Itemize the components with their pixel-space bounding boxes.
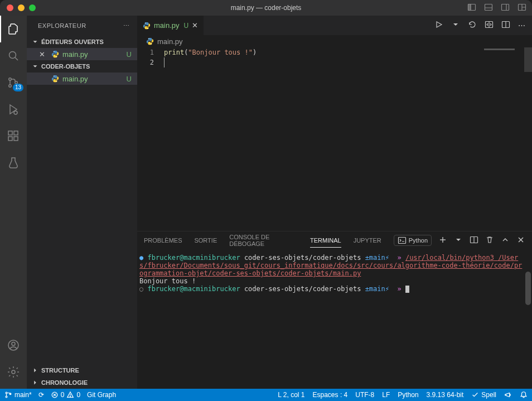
svg-point-12: [9, 78, 11, 80]
error-icon: [51, 391, 59, 399]
maximize-window-button[interactable]: [29, 4, 36, 11]
activity-search[interactable]: [0, 42, 27, 69]
svg-rect-19: [14, 131, 18, 135]
python-file-icon: [146, 37, 154, 45]
status-problems[interactable]: 0 0: [51, 391, 80, 399]
section-timeline[interactable]: CHRONOLOGIE: [27, 376, 137, 389]
code-content[interactable]: print("Bonjour tous !"): [164, 47, 482, 231]
close-editor-icon[interactable]: ✕: [39, 50, 48, 59]
code-editor[interactable]: 1 2 print("Bonjour tous !"): [137, 47, 532, 231]
sidebar-more-icon[interactable]: ⋯: [123, 22, 130, 30]
status-language[interactable]: Python: [398, 391, 418, 399]
toggle-panel-icon[interactable]: [484, 3, 493, 13]
section-structure[interactable]: STRUCTURE: [27, 364, 137, 376]
status-eol[interactable]: LF: [382, 391, 390, 399]
activity-source-control[interactable]: 13: [0, 69, 27, 96]
run-dropdown-icon[interactable]: [451, 20, 460, 31]
panel-tab-jupyter[interactable]: JUPYTER: [354, 234, 381, 247]
svg-rect-16: [8, 131, 12, 135]
svg-rect-5: [502, 4, 509, 10]
activity-settings[interactable]: [0, 359, 27, 385]
minimize-window-button[interactable]: [18, 4, 25, 11]
section-timeline-label: CHRONOLOGIE: [41, 379, 88, 386]
status-sync[interactable]: ⟳: [38, 391, 44, 399]
section-folder-label: CODER-OBJETS: [41, 63, 90, 70]
terminal-user: fbrucker@macminibrucker: [147, 254, 240, 262]
section-open-editors-label: ÉDITEURS OUVERTS: [41, 38, 104, 45]
section-structure-label: STRUCTURE: [41, 367, 79, 374]
svg-point-42: [6, 392, 7, 394]
editor-tab[interactable]: main.py U ✕: [137, 16, 204, 35]
new-terminal-dropdown-icon[interactable]: [454, 235, 463, 245]
status-warnings: 0: [76, 391, 80, 399]
python-file-icon: [143, 22, 151, 30]
branch-icon: [4, 391, 12, 399]
terminal-scrollbar[interactable]: [525, 272, 531, 305]
overview-ruler[interactable]: [524, 47, 532, 231]
run-button-icon[interactable]: [434, 20, 443, 31]
check-icon: [471, 391, 479, 399]
panel-tab-debug[interactable]: CONSOLE DE DÉBOGAGE: [229, 230, 298, 250]
sidebar-title: EXPLORATEUR: [38, 22, 86, 29]
python-file-icon: [51, 50, 59, 58]
section-open-editors[interactable]: ÉDITEURS OUVERTS: [27, 36, 137, 48]
kill-terminal-icon[interactable]: [485, 235, 494, 245]
section-folder[interactable]: CODER-OBJETS: [27, 60, 137, 73]
close-panel-icon[interactable]: [516, 235, 525, 245]
svg-point-27: [145, 22, 146, 23]
toggle-secondary-sidebar-icon[interactable]: [501, 3, 510, 13]
status-branch[interactable]: main*: [4, 391, 32, 399]
terminal-command: /usr/local/bin/python3: [405, 254, 494, 262]
maximize-panel-icon[interactable]: [501, 235, 510, 245]
panel-actions: Python: [394, 235, 525, 246]
split-terminal-icon[interactable]: [470, 235, 478, 245]
status-encoding[interactable]: UTF-8: [355, 391, 374, 399]
toggle-primary-sidebar-icon[interactable]: [467, 3, 476, 13]
split-right-icon[interactable]: [501, 20, 510, 31]
chevron-down-icon: [31, 38, 39, 46]
explorer-sidebar: EXPLORATEUR ⋯ ÉDITEURS OUVERTS ✕ main.py…: [27, 16, 137, 389]
chevron-right-icon: [31, 379, 39, 386]
svg-rect-35: [398, 238, 405, 244]
svg-point-25: [54, 76, 54, 76]
status-interpreter[interactable]: 3.9.13 64-bit: [427, 391, 464, 399]
activity-extensions[interactable]: [0, 123, 27, 149]
svg-point-28: [147, 27, 148, 28]
undo-last-icon[interactable]: [468, 20, 477, 31]
terminal-selector-label: Python: [409, 237, 428, 244]
more-actions-icon[interactable]: ⋯: [518, 21, 525, 30]
svg-point-34: [151, 44, 151, 44]
folder-file-item[interactable]: main.py U: [27, 73, 137, 85]
svg-rect-18: [14, 137, 18, 141]
activity-run-debug[interactable]: [0, 96, 27, 123]
activity-explorer[interactable]: [0, 16, 27, 42]
activity-testing[interactable]: [0, 149, 27, 176]
terminal-cwd: coder-ses-objets/coder-objets: [244, 254, 361, 262]
window-title: main.py — coder-objets: [231, 4, 302, 12]
status-notifications[interactable]: [520, 391, 528, 399]
panel-tab-terminal[interactable]: TERMINAL: [310, 234, 341, 248]
panel: PROBLÈMES SORTIE CONSOLE DE DÉBOGAGE TER…: [137, 231, 532, 389]
panel-tabs: PROBLÈMES SORTIE CONSOLE DE DÉBOGAGE TER…: [137, 231, 532, 249]
tab-git-status: U: [184, 22, 189, 30]
editor-tabs: main.py U ✕ ⋯: [137, 16, 532, 35]
terminal[interactable]: ● fbrucker@macminibrucker coder-ses-obje…: [137, 249, 532, 389]
new-terminal-icon[interactable]: [438, 235, 447, 245]
open-editor-item[interactable]: ✕ main.py U: [27, 48, 137, 60]
sync-icon: ⟳: [38, 391, 44, 399]
status-feedback[interactable]: [504, 391, 512, 399]
terminal-selector[interactable]: Python: [394, 235, 432, 246]
customize-layout-icon[interactable]: [518, 3, 526, 13]
breadcrumb[interactable]: main.py: [137, 35, 532, 47]
code-token: print: [164, 49, 184, 56]
panel-tab-output[interactable]: SORTIE: [194, 234, 217, 247]
activity-accounts[interactable]: [0, 332, 27, 359]
status-cursor[interactable]: L 2, col 1: [278, 391, 304, 399]
close-window-button[interactable]: [7, 4, 13, 11]
close-tab-icon[interactable]: ✕: [192, 21, 198, 30]
status-indent[interactable]: Espaces : 4: [313, 391, 348, 399]
panel-tab-problems[interactable]: PROBLÈMES: [144, 234, 182, 247]
status-git-graph[interactable]: Git Graph: [87, 391, 116, 399]
status-spell[interactable]: Spell: [471, 391, 496, 399]
split-editor-icon[interactable]: [485, 20, 494, 31]
